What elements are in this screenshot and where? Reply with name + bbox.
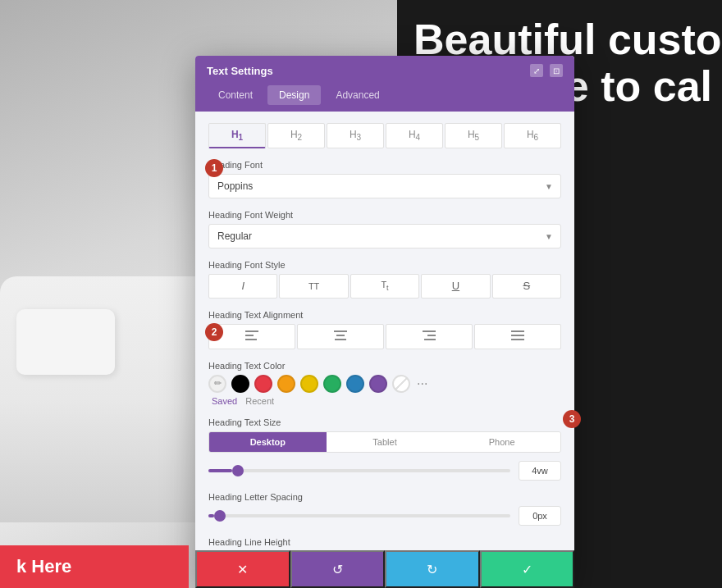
badge-1: 1 [205, 159, 223, 177]
color-more-icon[interactable]: ··· [417, 376, 427, 391]
h-tab-3[interactable]: H3 [327, 123, 384, 148]
color-swatch-none[interactable] [392, 375, 410, 393]
saved-button[interactable]: Saved [212, 396, 237, 406]
h-tab-2[interactable]: H2 [267, 123, 325, 148]
color-swatch-red[interactable] [254, 375, 272, 393]
panel-header: Text Settings ⤢ ⊡ [195, 56, 574, 85]
svg-rect-2 [245, 339, 257, 340]
save-button[interactable]: ✓ [480, 550, 575, 588]
h-tab-1[interactable]: H1 [208, 123, 266, 148]
bed-pillow [16, 309, 115, 375]
svg-rect-6 [423, 330, 436, 332]
text-size-slider-track[interactable] [208, 469, 510, 472]
text-size-slider-row: 4vw [208, 461, 561, 481]
color-swatches-row: ✏ ··· [208, 375, 561, 393]
font-style-italic[interactable]: I [208, 274, 277, 298]
h-tab-4[interactable]: H4 [386, 123, 443, 148]
font-style-underline[interactable]: U [421, 274, 490, 298]
heading-line-height-label: Heading Line Height [208, 537, 561, 547]
undo-button[interactable]: ↺ [290, 550, 386, 588]
svg-rect-10 [511, 335, 524, 336]
text-size-value[interactable]: 4vw [519, 461, 561, 481]
align-justify[interactable] [474, 324, 561, 349]
text-settings-panel: Text Settings ⤢ ⊡ Content Design Advance… [195, 56, 574, 587]
device-tab-tablet[interactable]: Tablet [327, 432, 444, 452]
heading-font-select-wrapper: Poppins Roboto Open Sans Montserrat ▼ [208, 174, 561, 198]
svg-rect-8 [424, 339, 436, 340]
color-edit-swatch[interactable]: ✏ [208, 375, 226, 393]
heading-text-color-label: Heading Text Color [208, 361, 561, 371]
heading-font-label: Heading Font [208, 160, 561, 170]
heading-font-group: Heading Font Poppins Roboto Open Sans Mo… [208, 160, 561, 198]
heading-font-style-label: Heading Font Style [208, 260, 561, 270]
h-tab-5[interactable]: H5 [445, 123, 502, 148]
color-swatch-black[interactable] [231, 375, 249, 393]
font-style-uppercase[interactable]: TT [279, 274, 348, 298]
letter-spacing-value[interactable]: 0px [519, 506, 561, 526]
badge-3: 3 [563, 410, 581, 428]
svg-rect-4 [336, 335, 345, 336]
saved-recent-row: Saved Recent [208, 396, 561, 406]
color-swatch-blue[interactable] [346, 375, 364, 393]
font-style-buttons: I TT Tt U S [208, 274, 561, 298]
badge-2: 2 [205, 323, 223, 341]
color-swatch-purple[interactable] [369, 375, 387, 393]
svg-rect-5 [335, 339, 346, 340]
letter-spacing-slider-row: 0px [208, 506, 561, 526]
resize-icon[interactable]: ⤢ [530, 64, 543, 77]
text-size-slider-thumb[interactable] [232, 465, 244, 476]
tab-content[interactable]: Content [207, 85, 264, 105]
redo-button[interactable]: ↻ [385, 550, 480, 588]
heading-tabs: H1 H2 H3 H4 H5 H6 [208, 123, 561, 148]
heading-text-size-label: Heading Text Size [208, 417, 561, 427]
alignment-buttons [208, 324, 561, 349]
expand-icon[interactable]: ⊡ [550, 64, 563, 77]
align-right[interactable] [386, 324, 473, 349]
letter-spacing-slider-thumb[interactable] [214, 510, 226, 522]
letter-spacing-slider-track[interactable] [208, 514, 510, 517]
heading-font-weight-select[interactable]: Regular Bold Light Medium [208, 224, 561, 248]
letter-spacing-slider-fill [208, 514, 214, 517]
panel-title: Text Settings [207, 65, 273, 77]
panel-header-icons: ⤢ ⊡ [530, 64, 563, 77]
tab-design[interactable]: Design [267, 85, 321, 105]
panel-body: H1 H2 H3 H4 H5 H6 Heading Font Poppins R… [195, 112, 574, 587]
heading-font-weight-group: Heading Font Weight Regular Bold Light M… [208, 210, 561, 248]
svg-rect-1 [245, 335, 254, 336]
text-size-slider-fill [208, 469, 232, 472]
heading-letter-spacing-label: Heading Letter Spacing [208, 492, 561, 502]
heading-letter-spacing-group: Heading Letter Spacing 0px [208, 492, 561, 526]
heading-font-weight-label: Heading Font Weight [208, 210, 561, 220]
svg-rect-9 [511, 330, 524, 332]
svg-rect-7 [427, 335, 436, 336]
heading-font-weight-select-wrapper: Regular Bold Light Medium ▼ [208, 224, 561, 248]
svg-rect-11 [511, 339, 524, 340]
heading-text-alignment-group: Heading Text Alignment [208, 310, 561, 349]
svg-rect-0 [245, 330, 258, 332]
heading-text-size-group: Heading Text Size Desktop Tablet Phone 4… [208, 417, 561, 481]
color-swatch-orange[interactable] [277, 375, 295, 393]
heading-font-style-group: Heading Font Style I TT Tt U S [208, 260, 561, 298]
action-bar: ✕ ↺ ↻ ✓ [195, 550, 574, 588]
heading-font-select[interactable]: Poppins Roboto Open Sans Montserrat [208, 174, 561, 198]
font-style-strikethrough[interactable]: S [492, 274, 561, 298]
device-tab-phone[interactable]: Phone [443, 432, 560, 452]
device-tabs: Desktop Tablet Phone [208, 431, 561, 453]
device-tab-desktop[interactable]: Desktop [209, 432, 327, 452]
heading-text-alignment-label: Heading Text Alignment [208, 310, 561, 320]
panel-tabs: Content Design Advanced [195, 85, 574, 112]
color-swatch-green[interactable] [323, 375, 341, 393]
align-center[interactable] [297, 324, 384, 349]
heading-text-color-group: Heading Text Color ✏ ··· Saved Recent [208, 361, 561, 406]
tab-advanced[interactable]: Advanced [324, 85, 391, 105]
bottom-bar[interactable]: k Here [0, 545, 189, 588]
h-tab-6[interactable]: H6 [504, 123, 561, 148]
recent-button[interactable]: Recent [245, 396, 274, 406]
svg-rect-3 [334, 330, 347, 332]
color-swatch-yellow[interactable] [300, 375, 318, 393]
cancel-button[interactable]: ✕ [195, 550, 290, 588]
font-style-capitalize[interactable]: Tt [350, 274, 419, 298]
bottom-bar-label: k Here [16, 556, 71, 577]
